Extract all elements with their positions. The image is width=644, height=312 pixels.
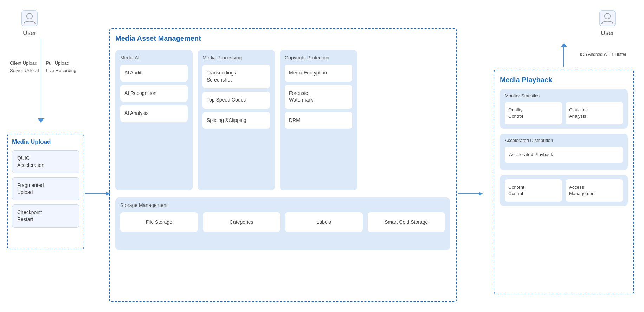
upload-labels: Client Upload Server Usload Pull Upload … [10,60,76,74]
playback-title: Media Playback [500,76,628,84]
left-user-label: User [23,30,36,37]
card-smart-cold: Smart Cold Storage [368,212,445,232]
card-transcoding: Transcoding / Screenshot [202,65,270,88]
card-ai-recognition: AI Recognition [120,85,188,102]
arrow-mam-to-playback [458,190,483,199]
media-processing-title: Media Processing [202,55,270,60]
arrow-upload-to-mam [85,190,110,199]
card-media-encryption: Media Encryption [285,65,352,82]
left-user-icon [21,10,38,28]
card-drm: DRM [285,112,352,129]
arrow-down-head [38,118,44,123]
card-access-management: Access Management [566,179,623,202]
content-access-row: Content Control Access Management [505,179,623,202]
card-labels: Labels [285,212,363,232]
right-user-icon [599,10,616,28]
content-control-section: Content Control Access Management [500,175,628,206]
right-user-block: User [599,10,616,37]
mam-title: Media Asset Management [115,34,451,43]
arrow-up-line [563,46,564,67]
pull-upload-label: Pull Upload Live Recording [46,60,76,74]
card-quality-control: Quality Control [505,102,562,124]
card-ai-audit: AI Audit [120,65,188,82]
media-ai-section: Media AI AI Audit AI Recognition AI Anal… [115,50,193,190]
card-forensic-watermark: Forensic Watermark [285,85,352,109]
media-ai-title: Media AI [120,55,188,60]
copyright-title: Copyright Protection [285,55,352,60]
arrow-down-line [41,39,41,119]
monitor-statistics-section: Monitor Statistics Quality Control Clati… [500,89,628,129]
card-file-storage: File Storage [120,212,198,232]
accelerated-distribution-title: Accelerated Distribution [505,138,623,143]
media-upload-box: Media Upload QUIC Acceleration Fragmente… [7,134,84,249]
card-accelerated-playback: Accelerated Playback [505,147,623,163]
upload-item-checkpoint: Checkpoint Restart [12,204,79,227]
diagram: User Client Upload Server Usload Pull Up… [0,0,644,312]
platform-label-text: iOS Android WEB Flutter [580,52,626,57]
client-upload-label: Client Upload Server Usload [10,60,39,74]
copyright-section: Copyright Protection Media Encryption Fo… [280,50,357,190]
accelerated-distribution-section: Accelerated Distribution Accelerated Pla… [500,134,628,170]
card-categories: Categories [203,212,281,232]
upload-item-fragmented: Fragmented Upload [12,177,79,200]
upload-item-quic: QUIC Acceleration [12,150,79,173]
storage-section: Storage Management File Storage Categori… [115,197,450,250]
card-content-control: Content Control [505,179,562,202]
card-clatictiec: Clatictiec Analysis [566,102,623,124]
storage-title: Storage Management [120,202,445,208]
card-splicing: Splicing &Clipping [202,112,270,129]
arrow-up-head [561,43,567,47]
media-processing-section: Media Processing Transcoding / Screensho… [198,50,275,190]
right-user-label: User [601,30,614,37]
platform-labels: iOS Android WEB Flutter [580,52,626,57]
storage-cards-row: File Storage Categories Labels Smart Col… [120,212,445,232]
monitor-statistics-title: Monitor Statistics [505,93,623,98]
card-top-speed: Top Speed Codec [202,92,270,109]
card-ai-analysis: AI Analysis [120,105,188,122]
mam-box: Media Asset Management Media AI AI Audit… [109,28,457,302]
playback-box: Media Playback Monitor Statistics Qualit… [494,70,634,294]
svg-marker-5 [479,192,483,195]
monitor-cards-row: Quality Control Clatictiec Analysis [505,102,623,124]
left-user-block: User [21,10,38,37]
media-upload-title: Media Upload [12,138,79,145]
